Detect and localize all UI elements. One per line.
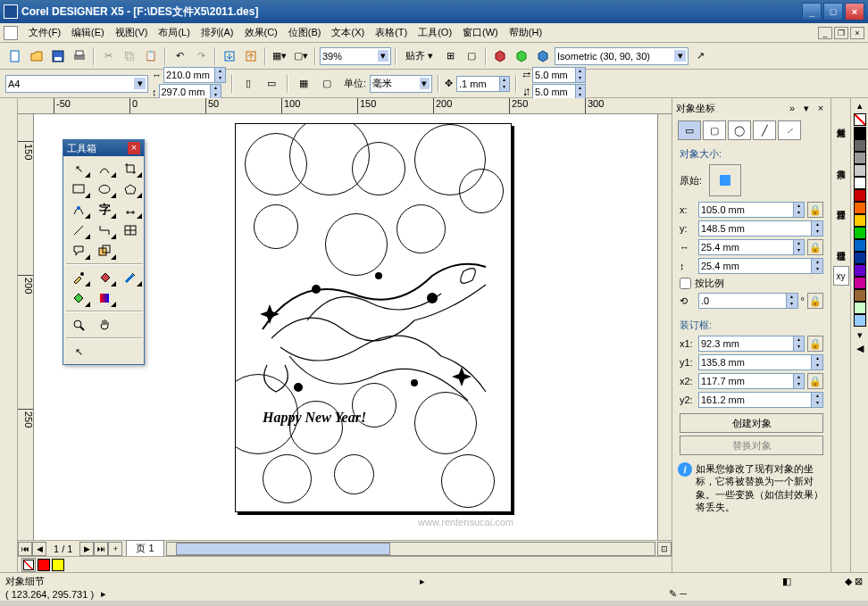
fill-tool[interactable] xyxy=(92,268,117,287)
edit-proj[interactable]: ↗ xyxy=(690,46,710,66)
color-none[interactable] xyxy=(21,558,36,572)
menu-表格(T)[interactable]: 表格(T) xyxy=(370,25,413,39)
rectangle-tool[interactable] xyxy=(66,179,91,199)
snap-frame[interactable]: ▢ xyxy=(462,46,481,66)
swatch[interactable] xyxy=(854,277,866,289)
bbox-x2[interactable]: ▴▾ xyxy=(698,373,805,389)
scale-check[interactable]: 按比例 xyxy=(680,277,823,290)
menu-文本(X)[interactable]: 文本(X) xyxy=(326,25,370,39)
swatch[interactable] xyxy=(854,289,866,302)
palette-fly[interactable]: ◀ xyxy=(856,343,864,355)
menu-帮助(H)[interactable]: 帮助(H) xyxy=(504,25,547,39)
swatch[interactable] xyxy=(854,214,866,227)
units-combo[interactable]: ▾ xyxy=(370,75,432,93)
landscape-button[interactable]: ▭ xyxy=(262,74,281,94)
table-tool[interactable] xyxy=(118,220,143,240)
new-button[interactable] xyxy=(5,46,25,66)
close-button[interactable]: × xyxy=(845,3,864,21)
maximize-button[interactable]: □ xyxy=(823,3,843,21)
lock-bbox2[interactable]: 🔒 xyxy=(807,373,823,389)
bbox-y2[interactable]: ▴▾ xyxy=(698,392,823,408)
paste-button[interactable]: 📋 xyxy=(141,46,161,66)
bbox-y1[interactable]: ▴▾ xyxy=(698,354,823,370)
app-launcher[interactable]: ▦▾ xyxy=(270,46,289,66)
bbox-x1[interactable]: ▴▾ xyxy=(698,336,805,352)
pos-x[interactable]: ▴▾ xyxy=(698,202,805,218)
text-tool[interactable]: 字 xyxy=(92,200,117,220)
current-page[interactable]: ▢ xyxy=(317,74,337,94)
copy-button[interactable]: ⿻ xyxy=(120,46,139,66)
print-button[interactable] xyxy=(70,46,89,66)
all-pages[interactable]: ▦ xyxy=(294,74,313,94)
import-button[interactable] xyxy=(220,46,239,66)
outline-tool[interactable] xyxy=(118,268,143,287)
palette-down[interactable]: ▾ xyxy=(857,329,863,342)
origin-grid[interactable] xyxy=(709,164,741,196)
effects-tool[interactable] xyxy=(92,241,117,261)
minimize-button[interactable]: _ xyxy=(802,3,822,21)
last-page[interactable]: ⏭ xyxy=(94,542,108,556)
size-w[interactable]: ▴▾ xyxy=(698,239,805,255)
menu-工具(O)[interactable]: 工具(O) xyxy=(413,25,457,39)
line-tool[interactable] xyxy=(66,220,91,240)
swatch[interactable] xyxy=(854,139,866,152)
docker-pin[interactable]: ▾ xyxy=(800,103,813,115)
outline-color[interactable] xyxy=(52,559,64,571)
connector-tool[interactable] xyxy=(92,220,117,240)
pick-tool-2[interactable]: ↖ xyxy=(66,342,91,361)
rtab-群组管理[interactable]: 群组管理 xyxy=(833,225,849,264)
mdi-minimize[interactable]: _ xyxy=(818,27,832,39)
page-tab[interactable]: 页 1 xyxy=(126,540,163,557)
swatch[interactable] xyxy=(854,127,866,139)
swatch[interactable] xyxy=(854,227,866,239)
cut-button[interactable]: ✂ xyxy=(98,46,118,66)
3d-1[interactable] xyxy=(490,46,510,66)
swatch[interactable] xyxy=(854,314,866,327)
snap-label[interactable]: 贴齐 ▾ xyxy=(400,47,438,64)
polygon-tool[interactable] xyxy=(118,179,143,199)
swatch[interactable] xyxy=(854,239,866,252)
curve-tool[interactable] xyxy=(66,200,91,220)
tab-ellipse[interactable]: ◯ xyxy=(728,120,751,140)
export-button[interactable] xyxy=(241,46,261,66)
nav-view[interactable]: ⊡ xyxy=(657,542,672,556)
horizontal-scrollbar[interactable] xyxy=(166,542,655,556)
dup-x[interactable]: ▴▾ xyxy=(532,67,586,83)
rtab-xy[interactable]: xy xyxy=(833,266,849,286)
zoom-combo[interactable]: ▾ xyxy=(320,47,391,65)
no-color[interactable] xyxy=(854,113,866,126)
menu-位图(B)[interactable]: 位图(B) xyxy=(283,25,327,39)
menu-窗口(W)[interactable]: 窗口(W) xyxy=(457,25,504,39)
page-width[interactable]: ▴▾ xyxy=(163,67,226,83)
interactive-fill[interactable] xyxy=(92,288,117,308)
menu-布局(L)[interactable]: 布局(L) xyxy=(153,25,195,39)
projection-combo[interactable]: ▾ xyxy=(555,47,689,65)
undo-button[interactable]: ↶ xyxy=(170,46,189,66)
crop-tool[interactable] xyxy=(118,159,143,178)
drawing-canvas[interactable]: Happy New Year! www.rentensucai.com 工具箱×… xyxy=(34,114,657,540)
portrait-button[interactable]: ▯ xyxy=(238,74,258,94)
prev-page[interactable]: ◀ xyxy=(32,542,46,556)
dimension-tool[interactable] xyxy=(118,200,143,220)
snap-grid[interactable]: ⊞ xyxy=(440,46,460,66)
menu-效果(C)[interactable]: 效果(C) xyxy=(239,25,283,39)
tab-line[interactable]: ╱ xyxy=(753,120,776,140)
page-object[interactable]: Happy New Year! xyxy=(235,123,512,512)
add-page[interactable]: + xyxy=(108,542,122,556)
toolbox-panel[interactable]: 工具箱× ↖ 字 xyxy=(63,139,145,365)
create-object-btn[interactable]: 创建对象 xyxy=(680,413,823,433)
callout-tool[interactable] xyxy=(66,241,91,261)
toolbox-close[interactable]: × xyxy=(128,142,140,154)
swatch[interactable] xyxy=(854,302,866,314)
tab-rect[interactable]: ▭ xyxy=(678,120,701,140)
3d-3[interactable] xyxy=(533,46,553,66)
docker-close[interactable]: × xyxy=(814,103,827,115)
tab-polyline[interactable]: ⟋ xyxy=(778,120,801,140)
menu-文件(F)[interactable]: 文件(F) xyxy=(23,25,66,39)
lock-pos[interactable]: 🔒 xyxy=(807,202,823,218)
swatch[interactable] xyxy=(854,252,866,264)
eyedropper-tool[interactable] xyxy=(66,268,91,287)
lock-size[interactable]: 🔒 xyxy=(807,239,823,255)
menu-排列(A)[interactable]: 排列(A) xyxy=(196,25,239,39)
save-button[interactable] xyxy=(48,46,68,66)
